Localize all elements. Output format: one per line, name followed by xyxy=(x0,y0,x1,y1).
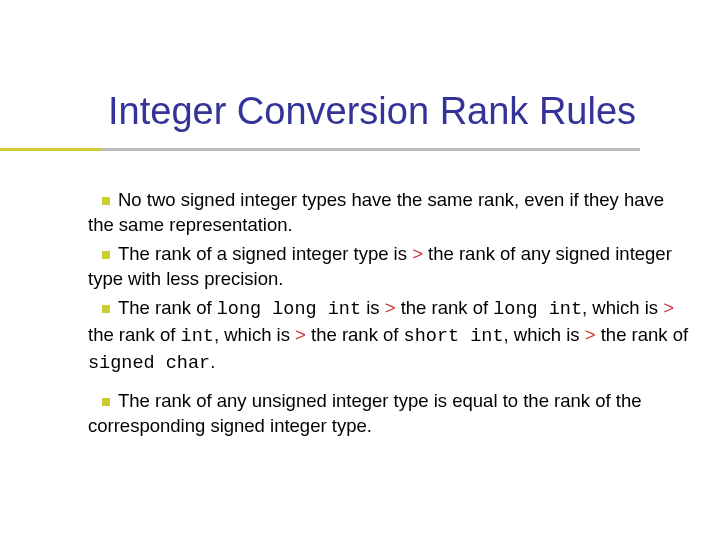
bullet-item: The rank of any unsigned integer type is… xyxy=(88,389,692,439)
slide: Integer Conversion Rank Rules No two sig… xyxy=(0,0,720,540)
bullet-text: No two signed integer types have the sam… xyxy=(88,189,664,235)
gt-symbol: > xyxy=(585,324,596,345)
bullet-item: The rank of long long int is > the rank … xyxy=(88,296,692,377)
bullet-text-part: , which is xyxy=(582,297,663,318)
code-span: long long int xyxy=(217,299,361,320)
bullet-text-part: the rank of xyxy=(596,324,689,345)
bullet-icon xyxy=(102,305,110,313)
bullet-text-part: the rank of xyxy=(396,297,494,318)
bullet-item: No two signed integer types have the sam… xyxy=(88,188,692,238)
code-span: short int xyxy=(404,326,504,347)
title-underline xyxy=(0,148,640,151)
bullet-text-part: , which is xyxy=(214,324,295,345)
gt-symbol: > xyxy=(412,243,423,264)
gt-symbol: > xyxy=(385,297,396,318)
bullet-text-part: . xyxy=(210,351,215,372)
slide-body: No two signed integer types have the sam… xyxy=(88,188,692,443)
code-span: signed char xyxy=(88,353,210,374)
slide-title: Integer Conversion Rank Rules xyxy=(108,90,700,133)
bullet-item: The rank of a signed integer type is > t… xyxy=(88,242,692,292)
title-area: Integer Conversion Rank Rules xyxy=(108,90,700,133)
gt-symbol: > xyxy=(663,297,674,318)
bullet-text-part: the rank of xyxy=(306,324,404,345)
bullet-text-part: the rank of xyxy=(88,324,181,345)
bullet-icon xyxy=(102,197,110,205)
bullet-icon xyxy=(102,251,110,259)
bullet-icon xyxy=(102,398,110,406)
bullet-text: The rank of any unsigned integer type is… xyxy=(88,390,641,436)
code-span: int xyxy=(181,326,214,347)
gt-symbol: > xyxy=(295,324,306,345)
bullet-text-part: The rank of xyxy=(118,297,217,318)
bullet-text-part: is xyxy=(361,297,385,318)
code-span: long int xyxy=(493,299,582,320)
bullet-text-part: , which is xyxy=(504,324,585,345)
bullet-text-part: The rank of a signed integer type is xyxy=(118,243,412,264)
